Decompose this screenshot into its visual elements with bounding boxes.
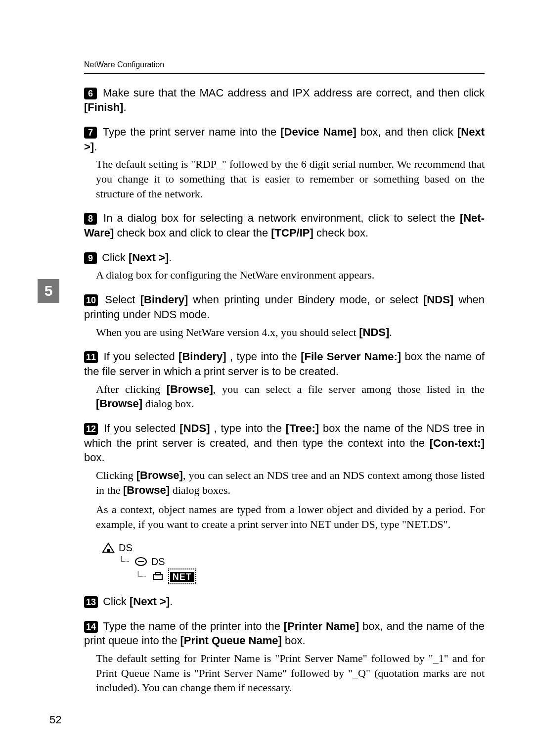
tree-child-1: └┈ DS [119,555,485,568]
step-number-badge: 11 [84,351,98,363]
nds-tree-diagram: DS └┈ DS └┈ NET [102,541,485,584]
step-13: 13 Click [Next >]. [84,594,485,609]
tree-selected-node: NET [168,568,196,584]
step-text: box, and then click [360,126,457,138]
tree-label: DS [119,541,133,555]
body-text: dialog box. [142,397,194,410]
step-9: 9 Click [Next >]. [84,250,485,265]
ui-keyword-browse: [Browse] [123,484,170,496]
tree-child-2: └┈ NET [135,568,485,584]
header-rule [84,73,485,74]
ui-keyword-bindery: [Bindery] [178,350,226,363]
step-text-tail: check box. [313,227,368,239]
ui-keyword-file-server-name: [File Server Name:] [301,350,401,363]
tree-label-net: NET [170,572,194,582]
tree-root-icon [102,542,115,553]
ui-keyword-print-queue-name: [Print Queue Name] [180,634,281,647]
step-text: Select [105,293,140,306]
step-text: Click [102,251,129,264]
step-text: Type the name of the printer into the [103,620,283,632]
step-11-body: After clicking [Browse], you can select … [96,382,485,411]
step-12-body2: As a context, object names are typed fro… [96,502,485,531]
step-text: Type the print server name into the [103,126,281,138]
step-10-body: When you are using NetWare version 4.x, … [96,325,485,340]
step-text: In a dialog box for selecting a network … [103,212,460,224]
step-10: 10 Select [Bindery] when printing under … [84,292,485,322]
step-14: 14 Type the name of the printer into the… [84,619,485,648]
chapter-side-tab: 5 [38,279,59,303]
step-text: , type into the [230,350,301,363]
ui-keyword-browse: [Browse] [96,397,142,410]
step-14-body: The default setting for Printer Name is … [96,651,485,695]
body-text: Clicking [96,469,136,481]
step-text: If you selected [104,422,179,434]
step-text: Click [103,595,130,608]
step-text-tail: . [94,141,97,153]
step-number-badge: 8 [84,213,97,225]
tree-connector-icon: └┈ [135,570,146,582]
document-page: NetWare Configuration 6 Make sure that t… [0,0,534,730]
step-text-tail: . [123,101,126,113]
step-11: 11 If you selected [Bindery] , type into… [84,349,485,378]
step-number-badge: 12 [84,423,98,435]
body-text: . [389,326,392,338]
body-text: After clicking [96,383,167,395]
step-12: 12 If you selected [NDS] , type into the… [84,421,485,465]
ui-keyword-printer-name: [Printer Name] [284,620,359,632]
ui-keyword-tcpip: [TCP/IP] [271,227,313,239]
ui-keyword-device-name: [Device Name] [280,126,356,138]
step-text-tail: box. [282,634,306,647]
ui-keyword-browse: [Browse] [167,383,213,395]
ui-keyword-browse: [Browse] [136,469,183,481]
container-icon [134,557,147,567]
svg-rect-5 [155,572,160,575]
step-6: 6 Make sure that the MAC address and IPX… [84,86,485,115]
ui-keyword-nds: [NDS] [179,422,210,434]
step-12-body1: Clicking [Browse], you can select an NDS… [96,468,485,497]
ui-keyword-tree: [Tree:] [286,422,319,434]
step-text: check box and click to clear the [117,227,271,239]
tree-root: DS [102,541,485,555]
step-number-badge: 13 [84,596,98,608]
step-text: , type into the [214,422,285,434]
ui-keyword-nds: [NDS] [359,326,389,338]
step-number-badge: 9 [84,252,97,264]
step-text: Make sure that the MAC address and IPX a… [103,87,485,99]
step-8: 8 In a dialog box for selecting a networ… [84,211,485,240]
tree-connector-icon: └┈ [119,555,130,567]
step-9-body: A dialog box for configuring the NetWare… [96,268,485,283]
body-text: When you are using NetWare version 4.x, … [96,326,359,338]
ui-keyword-bindery: [Bindery] [140,293,188,306]
step-7-body: The default setting is "RDP_" followed b… [96,157,485,201]
step-number-badge: 6 [84,88,97,99]
ui-keyword-finish: [Finish] [84,101,123,113]
tree-label: DS [151,555,165,568]
ui-keyword-next: [Next >] [129,251,169,264]
step-text-tail: . [169,251,172,264]
step-number-badge: 14 [84,621,98,633]
step-7: 7 Type the print server name into the [D… [84,125,485,154]
body-text: dialog boxes. [170,484,230,496]
ui-keyword-nds: [NDS] [423,293,453,306]
step-number-badge: 7 [84,127,97,139]
step-text-tail: . [170,595,173,608]
step-text: when printing under Bindery mode, or sel… [193,293,424,306]
step-number-badge: 10 [84,294,98,306]
ui-keyword-next: [Next >] [130,595,170,608]
svg-rect-1 [107,549,110,552]
printer-icon [151,571,164,581]
page-number: 52 [49,713,61,726]
body-text: , you can select a file server among tho… [213,383,485,395]
running-header: NetWare Configuration [84,59,485,70]
step-text-tail: box. [84,451,105,464]
ui-keyword-context: [Con-text:] [430,437,485,449]
step-text: If you selected [103,350,178,363]
